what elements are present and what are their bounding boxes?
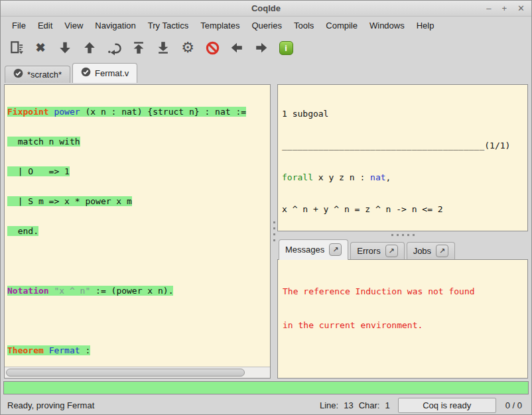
back-button[interactable] bbox=[227, 38, 247, 58]
coqide-window: CoqIde – + ✕ File Edit View Navigation T… bbox=[0, 0, 532, 415]
backward-one-step-button[interactable] bbox=[80, 38, 100, 58]
down-arrow-icon bbox=[58, 40, 72, 55]
menu-edit[interactable]: Edit bbox=[32, 18, 58, 33]
tab-label: Fermat.v bbox=[95, 68, 129, 78]
buffer-check-icon bbox=[13, 68, 23, 80]
message-line: The reference Induction was not found bbox=[283, 286, 523, 297]
save-icon bbox=[9, 40, 24, 56]
goals-pane[interactable]: 1 subgoal ______________________________… bbox=[277, 84, 528, 231]
menu-help[interactable]: Help bbox=[411, 18, 440, 33]
go-to-cursor-icon bbox=[107, 40, 122, 56]
save-button[interactable] bbox=[6, 38, 26, 58]
menu-windows[interactable]: Windows bbox=[364, 18, 411, 33]
messages-pane[interactable]: The reference Induction was not found in… bbox=[277, 259, 528, 379]
toolbar: ✖ bbox=[1, 34, 531, 62]
menu-file[interactable]: File bbox=[6, 18, 32, 33]
tab-scratch[interactable]: *scratch* bbox=[5, 66, 70, 83]
maximize-icon[interactable]: + bbox=[502, 3, 507, 13]
menu-navigation[interactable]: Navigation bbox=[89, 18, 141, 33]
vertical-splitter[interactable] bbox=[271, 84, 277, 379]
buffer-tab-row: *scratch* Fermat.v bbox=[1, 62, 531, 83]
horizontal-scrollbar[interactable] bbox=[5, 367, 270, 378]
code-line: end. bbox=[7, 226, 270, 236]
tab-fermat[interactable]: Fermat.v bbox=[72, 63, 137, 83]
minimize-icon[interactable]: – bbox=[486, 3, 491, 13]
menu-queries[interactable]: Queries bbox=[245, 18, 288, 33]
detach-icon[interactable]: ↗ bbox=[436, 245, 448, 257]
forward-button[interactable] bbox=[251, 38, 271, 58]
main-area: Fixpoint power (x n : nat) {struct n} : … bbox=[1, 83, 531, 381]
about-button[interactable]: i bbox=[276, 38, 296, 58]
goal-separator-line: _______________________________________(… bbox=[282, 141, 523, 151]
code-line: Notation "x ^ n" := (power x n). bbox=[7, 286, 270, 296]
go-to-start-button[interactable] bbox=[129, 38, 149, 58]
line-value: 13 bbox=[344, 400, 353, 410]
menu-try-tactics[interactable]: Try Tactics bbox=[142, 18, 194, 33]
gear-icon: ⚙ bbox=[181, 39, 194, 56]
progress-bar bbox=[3, 381, 529, 394]
forward-one-step-button[interactable] bbox=[55, 38, 75, 58]
line-label: Line: bbox=[320, 400, 338, 410]
forward-arrow-icon bbox=[254, 40, 269, 55]
tab-messages[interactable]: Messages ↗ bbox=[279, 239, 348, 260]
detach-icon[interactable]: ↗ bbox=[385, 245, 398, 257]
code-line: | O => 1 bbox=[7, 166, 270, 176]
close-icon[interactable]: ✕ bbox=[517, 3, 525, 13]
statusbar: Ready, proving Fermat Line: 13 Char: 1 C… bbox=[1, 396, 531, 414]
scrollbar-thumb[interactable] bbox=[6, 369, 245, 377]
back-arrow-icon bbox=[230, 40, 244, 55]
coq-state-button[interactable]: Coq is ready bbox=[398, 398, 496, 413]
code-line: Fixpoint power (x n : nat) {struct n} : … bbox=[7, 107, 270, 117]
menu-view[interactable]: View bbox=[58, 18, 89, 33]
messages-tab-row: Messages ↗ Errors ↗ Jobs ↗ bbox=[277, 239, 528, 260]
tab-errors[interactable]: Errors ↗ bbox=[350, 242, 404, 260]
tab-label: Jobs bbox=[413, 246, 431, 256]
goal-line: x ^ n + y ^ n = z ^ n -> n <= 2 bbox=[282, 204, 523, 215]
tab-label: Messages bbox=[285, 245, 324, 255]
code-line bbox=[7, 256, 270, 266]
tab-label: *scratch* bbox=[27, 70, 62, 80]
close-x-icon: ✖ bbox=[35, 40, 45, 55]
code-line bbox=[7, 316, 270, 326]
char-label: Char: bbox=[359, 400, 380, 410]
horizontal-splitter[interactable] bbox=[277, 231, 528, 239]
up-arrow-icon bbox=[82, 40, 97, 55]
goal-count-line: 1 subgoal bbox=[282, 109, 523, 119]
buffer-check-icon bbox=[81, 67, 91, 79]
window-title: CoqIde bbox=[1, 3, 531, 13]
code-line: | S m => x * power x m bbox=[7, 196, 270, 206]
window-controls: – + ✕ bbox=[486, 1, 525, 16]
go-to-cursor-button[interactable] bbox=[104, 38, 124, 58]
titlebar[interactable]: CoqIde – + ✕ bbox=[1, 1, 531, 17]
char-value: 1 bbox=[385, 400, 389, 410]
interrupt-button[interactable] bbox=[202, 38, 222, 58]
menu-tools[interactable]: Tools bbox=[288, 18, 320, 33]
about-info-icon: i bbox=[279, 41, 293, 55]
detach-icon[interactable]: ↗ bbox=[329, 243, 342, 256]
preferences-button[interactable]: ⚙ bbox=[178, 38, 198, 58]
go-to-end-icon bbox=[156, 40, 170, 55]
script-editor[interactable]: Fixpoint power (x n : nat) {struct n} : … bbox=[5, 85, 270, 367]
goal-line: forall x y z n : nat, bbox=[282, 172, 523, 183]
code-line: match n with bbox=[7, 137, 270, 147]
menu-templates[interactable]: Templates bbox=[194, 18, 245, 33]
worker-counts: 0 / 0 bbox=[505, 400, 522, 410]
interrupt-icon bbox=[205, 40, 220, 56]
status-message: Ready, proving Fermat bbox=[7, 400, 314, 410]
code-line: Theorem Fermat : bbox=[7, 345, 270, 355]
right-column: 1 subgoal ______________________________… bbox=[277, 84, 528, 379]
close-buffer-button[interactable]: ✖ bbox=[31, 38, 50, 58]
tab-jobs[interactable]: Jobs ↗ bbox=[407, 242, 455, 260]
progress-bar-container bbox=[1, 381, 531, 396]
messages-notebook: Messages ↗ Errors ↗ Jobs ↗ The reference… bbox=[277, 239, 528, 379]
menu-compile[interactable]: Compile bbox=[320, 18, 364, 33]
tab-label: Errors bbox=[357, 246, 380, 256]
script-pane: Fixpoint power (x n : nat) {struct n} : … bbox=[4, 84, 271, 379]
message-line: in the current environment. bbox=[283, 320, 523, 331]
go-to-start-icon bbox=[131, 40, 146, 55]
go-to-end-button[interactable] bbox=[153, 38, 173, 58]
menubar: File Edit View Navigation Try Tactics Te… bbox=[1, 17, 531, 34]
